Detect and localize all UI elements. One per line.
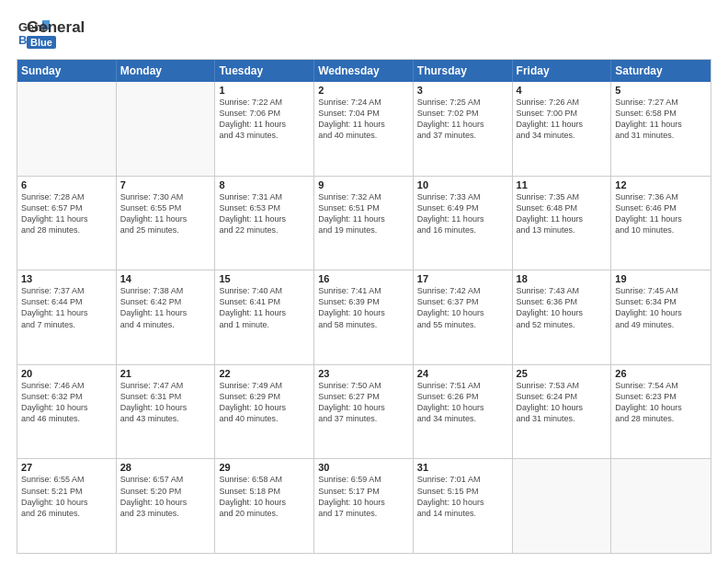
header-day-sunday: Sunday xyxy=(17,60,117,82)
cell-line: Sunset: 6:53 PM xyxy=(219,202,310,213)
cell-line: and 40 minutes. xyxy=(318,130,409,141)
day-number: 4 xyxy=(517,85,608,96)
cell-line: Sunrise: 7:36 AM xyxy=(615,191,707,202)
day-number: 10 xyxy=(417,179,508,190)
calendar-cell: 29Sunrise: 6:58 AMSunset: 5:18 PMDayligh… xyxy=(215,459,314,553)
day-number: 21 xyxy=(120,368,211,379)
cell-line: and 46 minutes. xyxy=(21,413,112,424)
cell-line: Daylight: 11 hours xyxy=(615,119,707,130)
calendar-row-3: 20Sunrise: 7:46 AMSunset: 6:32 PMDayligh… xyxy=(17,364,711,459)
cell-line: Sunrise: 7:35 AM xyxy=(517,191,608,202)
cell-line: and 52 minutes. xyxy=(517,319,608,330)
cell-line: Sunrise: 7:41 AM xyxy=(318,285,409,296)
cell-line: Daylight: 10 hours xyxy=(517,402,608,413)
cell-line: Sunset: 7:04 PM xyxy=(318,108,409,119)
day-number: 26 xyxy=(615,368,707,379)
cell-line: and 4 minutes. xyxy=(120,319,211,330)
calendar-cell: 28Sunrise: 6:57 AMSunset: 5:20 PMDayligh… xyxy=(117,459,216,553)
day-number: 30 xyxy=(318,462,409,473)
cell-line: Sunset: 6:26 PM xyxy=(417,391,508,402)
cell-line: and 31 minutes. xyxy=(615,130,707,141)
cell-line: and 37 minutes. xyxy=(318,413,409,424)
day-number: 19 xyxy=(615,273,707,284)
cell-line: and 28 minutes. xyxy=(615,413,707,424)
cell-line: and 43 minutes. xyxy=(120,413,211,424)
calendar-cell: 31Sunrise: 7:01 AMSunset: 5:15 PMDayligh… xyxy=(414,459,513,553)
cell-line: Sunrise: 7:30 AM xyxy=(120,191,211,202)
cell-line: Sunset: 7:06 PM xyxy=(219,108,310,119)
cell-line: Sunset: 6:48 PM xyxy=(517,202,608,213)
day-number: 25 xyxy=(517,368,608,379)
cell-line: Sunset: 6:42 PM xyxy=(120,296,211,307)
cell-line: and 19 minutes. xyxy=(318,224,409,236)
calendar-cell: 4Sunrise: 7:26 AMSunset: 7:00 PMDaylight… xyxy=(513,82,612,176)
calendar-row-0: 1Sunrise: 7:22 AMSunset: 7:06 PMDaylight… xyxy=(17,82,711,176)
calendar-cell: 7Sunrise: 7:30 AMSunset: 6:55 PMDaylight… xyxy=(117,177,216,270)
header-day-saturday: Saturday xyxy=(611,60,711,82)
calendar-cell xyxy=(117,82,216,176)
cell-line: and 7 minutes. xyxy=(21,319,112,330)
cell-line: Daylight: 11 hours xyxy=(120,307,211,318)
cell-line: Daylight: 11 hours xyxy=(417,119,508,130)
cell-line: Daylight: 10 hours xyxy=(318,497,409,508)
cell-line: Sunrise: 7:45 AM xyxy=(615,285,707,296)
cell-line: Sunrise: 7:51 AM xyxy=(417,380,508,391)
cell-line: Daylight: 11 hours xyxy=(517,213,608,224)
day-number: 18 xyxy=(517,273,608,284)
calendar-cell xyxy=(611,459,711,553)
cell-line: Daylight: 10 hours xyxy=(615,402,707,413)
cell-line: and 49 minutes. xyxy=(615,319,707,330)
cell-line: Daylight: 10 hours xyxy=(318,402,409,413)
cell-line: Sunset: 6:39 PM xyxy=(318,296,409,307)
cell-line: Sunrise: 7:26 AM xyxy=(517,97,608,108)
cell-line: and 34 minutes. xyxy=(417,413,508,424)
calendar-cell: 16Sunrise: 7:41 AMSunset: 6:39 PMDayligh… xyxy=(314,270,414,364)
day-number: 24 xyxy=(417,368,508,379)
cell-line: and 14 minutes. xyxy=(417,508,508,519)
day-number: 15 xyxy=(219,273,310,284)
cell-line: Daylight: 10 hours xyxy=(517,307,608,318)
cell-line: Daylight: 10 hours xyxy=(219,402,310,413)
cell-line: and 22 minutes. xyxy=(219,224,310,236)
cell-line: Sunset: 6:31 PM xyxy=(120,391,211,402)
cell-line: Daylight: 11 hours xyxy=(318,213,409,224)
calendar-cell: 21Sunrise: 7:47 AMSunset: 6:31 PMDayligh… xyxy=(117,365,216,459)
cell-line: Daylight: 11 hours xyxy=(318,119,409,130)
day-number: 23 xyxy=(318,368,409,379)
day-number: 14 xyxy=(120,273,211,284)
day-number: 3 xyxy=(417,85,508,96)
calendar-body: 1Sunrise: 7:22 AMSunset: 7:06 PMDaylight… xyxy=(17,82,711,553)
cell-line: Sunset: 6:57 PM xyxy=(21,202,112,213)
cell-line: and 17 minutes. xyxy=(318,508,409,519)
cell-line: and 16 minutes. xyxy=(417,224,508,236)
cell-line: Daylight: 10 hours xyxy=(21,497,112,508)
cell-line: Sunrise: 7:54 AM xyxy=(615,380,707,391)
cell-line: and 40 minutes. xyxy=(219,413,310,424)
header-day-monday: Monday xyxy=(117,60,216,82)
calendar-row-2: 13Sunrise: 7:37 AMSunset: 6:44 PMDayligh… xyxy=(17,270,711,364)
day-number: 27 xyxy=(21,462,112,473)
header-day-friday: Friday xyxy=(513,60,612,82)
calendar-cell: 14Sunrise: 7:38 AMSunset: 6:42 PMDayligh… xyxy=(117,270,216,364)
cell-line: and 25 minutes. xyxy=(120,224,211,236)
day-number: 22 xyxy=(219,368,310,379)
calendar-cell: 25Sunrise: 7:53 AMSunset: 6:24 PMDayligh… xyxy=(513,365,612,459)
day-number: 6 xyxy=(21,179,112,190)
calendar-cell: 5Sunrise: 7:27 AMSunset: 6:58 PMDaylight… xyxy=(611,82,711,176)
calendar-cell: 26Sunrise: 7:54 AMSunset: 6:23 PMDayligh… xyxy=(611,365,711,459)
cell-line: Daylight: 10 hours xyxy=(318,307,409,318)
cell-line: Sunrise: 7:38 AM xyxy=(120,285,211,296)
cell-line: Sunrise: 7:27 AM xyxy=(615,97,707,108)
cell-line: Sunset: 6:49 PM xyxy=(417,202,508,213)
page: General Blue General Blue SundayMondayTu… xyxy=(0,0,728,563)
day-number: 17 xyxy=(417,273,508,284)
calendar-cell: 15Sunrise: 7:40 AMSunset: 6:41 PMDayligh… xyxy=(215,270,314,364)
day-number: 29 xyxy=(219,462,310,473)
cell-line: Sunrise: 6:59 AM xyxy=(318,474,409,485)
header-day-wednesday: Wednesday xyxy=(314,60,414,82)
cell-line: and 28 minutes. xyxy=(21,224,112,236)
cell-line: Sunset: 6:27 PM xyxy=(318,391,409,402)
cell-line: Sunrise: 7:37 AM xyxy=(21,285,112,296)
calendar-cell: 24Sunrise: 7:51 AMSunset: 6:26 PMDayligh… xyxy=(414,365,513,459)
calendar-cell xyxy=(17,82,117,176)
